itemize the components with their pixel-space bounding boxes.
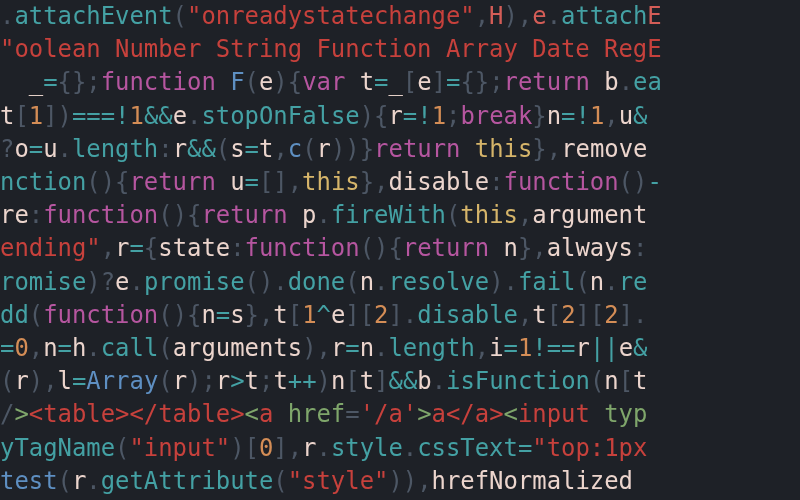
code-editor-content: .attachEvent("onreadystatechange",H),e.a… <box>0 0 800 498</box>
